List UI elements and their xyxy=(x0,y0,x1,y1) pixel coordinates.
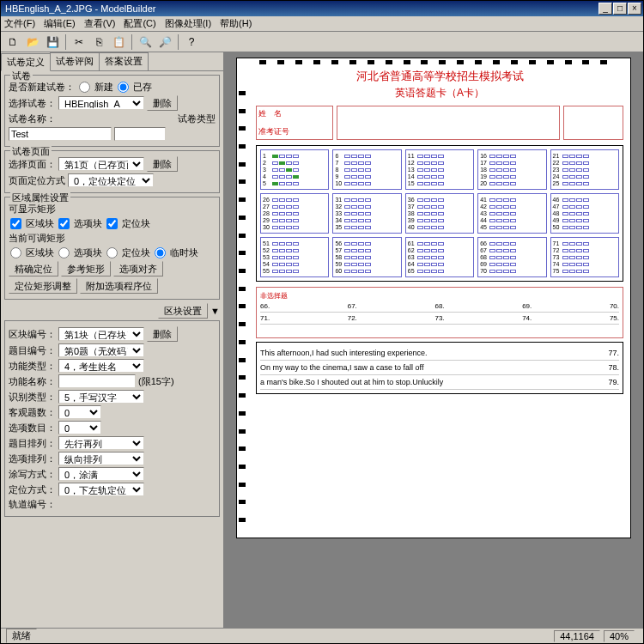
toolbar: 🗋 📂 💾 ✂ ⎘ 📋 🔍 🔎 ? xyxy=(1,32,643,52)
select-exam[interactable]: HBEnglish_A xyxy=(58,96,144,110)
tab-answer[interactable]: 答案设置 xyxy=(99,52,149,70)
block-num-select[interactable]: 第1块（已存块） xyxy=(58,327,144,341)
save-icon[interactable]: 💾 xyxy=(44,33,61,51)
r-locate-label: 定位块 xyxy=(122,246,150,259)
menu-edit[interactable]: 编辑(E) xyxy=(44,17,76,30)
bubble-block: 1112131415 xyxy=(405,149,474,190)
smear-select[interactable]: 0，涂满 xyxy=(58,467,144,481)
optcount-select[interactable]: 0 xyxy=(58,421,101,434)
timing-marks-left xyxy=(239,84,246,529)
bubble-block: 7172737475 xyxy=(550,237,619,277)
new-exam-label: 是否新建试卷： xyxy=(9,81,75,94)
group-page-title: 试卷页面 xyxy=(10,145,52,158)
arrange-select[interactable]: 先行再列 xyxy=(58,436,144,450)
exam-name-input[interactable] xyxy=(9,127,112,141)
exam-type-input[interactable] xyxy=(114,127,166,141)
essay-title: 非选择题 xyxy=(260,291,619,301)
sheet-title: 河北省普通高等学校招生模拟考试 xyxy=(256,69,623,84)
close-button[interactable]: × xyxy=(628,3,641,15)
menu-help[interactable]: 帮助(H) xyxy=(220,17,252,30)
tab-define[interactable]: 试卷定义 xyxy=(1,53,51,71)
name-box: 姓 名 准考证号 xyxy=(256,106,333,140)
cb-option[interactable] xyxy=(58,218,70,229)
copy-icon[interactable]: ⎘ xyxy=(90,33,107,51)
open-icon[interactable]: 📂 xyxy=(24,33,41,51)
func-name-hint: (限15字) xyxy=(138,375,174,388)
track-label: 轨道编号： xyxy=(9,498,56,511)
paste-icon[interactable]: 📋 xyxy=(110,33,127,51)
func-name-input[interactable] xyxy=(58,374,136,388)
bubble-block: 5657585960 xyxy=(332,237,401,277)
menu-config[interactable]: 配置(C) xyxy=(124,17,155,30)
menu-image[interactable]: 图像处理(I) xyxy=(165,17,211,30)
bubble-block: 4647484950 xyxy=(550,193,619,234)
bubble-block: 3637383940 xyxy=(405,193,474,234)
select-exam-label: 选择试卷： xyxy=(9,97,56,110)
writing-line-2: On my way to the cinema,I saw a case to … xyxy=(260,363,423,372)
func-name-label: 功能名称： xyxy=(9,375,56,388)
objcount-select[interactable]: 0 xyxy=(58,405,101,419)
r-temp[interactable] xyxy=(155,247,166,258)
group-page: 试卷页面 选择页面： 第1页（已存页面） 删除 页面定位方式 0，定位块定位 xyxy=(4,150,220,193)
btn-align[interactable]: 选项对齐 xyxy=(113,261,163,276)
block-setting-button[interactable]: 区块设置 xyxy=(158,303,208,319)
page-loc-label: 页面定位方式 xyxy=(9,174,65,187)
delete-block-button[interactable]: 删除 xyxy=(147,326,178,342)
id-box xyxy=(337,106,560,140)
note-box xyxy=(563,106,623,140)
tab-review[interactable]: 试卷评阅 xyxy=(50,52,100,70)
objcount-label: 客观题数： xyxy=(9,406,56,419)
sheet-subtitle: 英语答题卡（A卡） xyxy=(256,86,623,100)
zoom-out-icon[interactable]: 🔎 xyxy=(156,33,173,51)
r-locate[interactable] xyxy=(106,247,118,258)
radio-new[interactable] xyxy=(79,82,90,93)
status-coord: 44,1164 xyxy=(554,630,600,642)
func-type-select[interactable]: 4，考生姓名 xyxy=(58,359,144,373)
block-num-label: 区块编号： xyxy=(9,328,56,341)
r-option[interactable] xyxy=(58,247,70,258)
bubble-block: 2627282930 xyxy=(260,193,329,234)
rec-type-select[interactable]: 5，手写汉字 xyxy=(58,390,144,404)
bubble-block: 1617181920 xyxy=(477,149,546,190)
btn-precise[interactable]: 精确定位 xyxy=(9,261,58,276)
page-loc-select[interactable]: 0，定位块定位 xyxy=(68,173,154,187)
btn-addopt[interactable]: 附加选项程序位 xyxy=(80,278,158,294)
exam-name-label: 试卷名称： xyxy=(9,112,56,125)
btn-refrect[interactable]: 参考矩形 xyxy=(61,261,111,276)
cb-locate[interactable] xyxy=(106,218,118,229)
group-region-title: 区域属性设置 xyxy=(10,191,70,204)
name-label: 姓 名 xyxy=(258,108,331,119)
radio-exist[interactable] xyxy=(118,82,129,93)
help-icon[interactable]: ? xyxy=(183,33,200,51)
menu-view[interactable]: 查看(V) xyxy=(84,17,116,30)
bubble-area: 1234567891011121314151617181920212223242… xyxy=(256,145,623,282)
optarr-label: 选项排列： xyxy=(9,453,56,465)
answer-sheet-canvas[interactable]: 河北省普通高等学校招生模拟考试 英语答题卡（A卡） 姓 名 准考证号 12345… xyxy=(236,58,631,538)
menu-file[interactable]: 文件(F) xyxy=(4,17,35,30)
bubble-block: 6667686970 xyxy=(477,237,546,277)
cb-region[interactable] xyxy=(10,218,21,229)
blockloc-select[interactable]: 0，下左轨定位 xyxy=(58,483,144,496)
r-region[interactable] xyxy=(10,247,21,258)
new-icon[interactable]: 🗋 xyxy=(4,33,21,51)
titlebar: HBEnglish_A_2.JPG - ModelBuilder _ □ × xyxy=(1,1,643,16)
group-block: 区块编号： 第1块（已存块） 删除 题目编号： 第0题（无效码） 功能类型： 4… xyxy=(4,320,220,517)
optarr-select[interactable]: 纵向排列 xyxy=(58,452,144,465)
bubble-block: 5152535455 xyxy=(260,237,329,277)
blockloc-label: 定位方式： xyxy=(9,483,56,496)
maximize-button[interactable]: □ xyxy=(613,3,627,15)
minimize-button[interactable]: _ xyxy=(598,3,612,15)
select-page[interactable]: 第1页（已存页面） xyxy=(58,157,144,171)
right-panel[interactable]: 河北省普通高等学校招生模拟考试 英语答题卡（A卡） 姓 名 准考证号 12345… xyxy=(224,52,643,628)
delete-exam-button[interactable]: 删除 xyxy=(147,95,178,111)
btn-locadj[interactable]: 定位矩形调整 xyxy=(9,278,77,294)
delete-page-button[interactable]: 删除 xyxy=(147,156,178,172)
radio-new-label: 新建 xyxy=(94,81,113,94)
q-num-select[interactable]: 第0题（无效码） xyxy=(58,343,144,357)
cut-icon[interactable]: ✂ xyxy=(70,33,88,51)
writing-box: This afternoon,I had such interesting ex… xyxy=(256,342,623,394)
writing-line-1: This afternoon,I had such interesting ex… xyxy=(260,349,428,357)
arrange-label: 题目排列： xyxy=(9,437,56,450)
zoom-in-icon[interactable]: 🔍 xyxy=(137,33,154,51)
q-num-label: 题目编号： xyxy=(9,344,56,357)
